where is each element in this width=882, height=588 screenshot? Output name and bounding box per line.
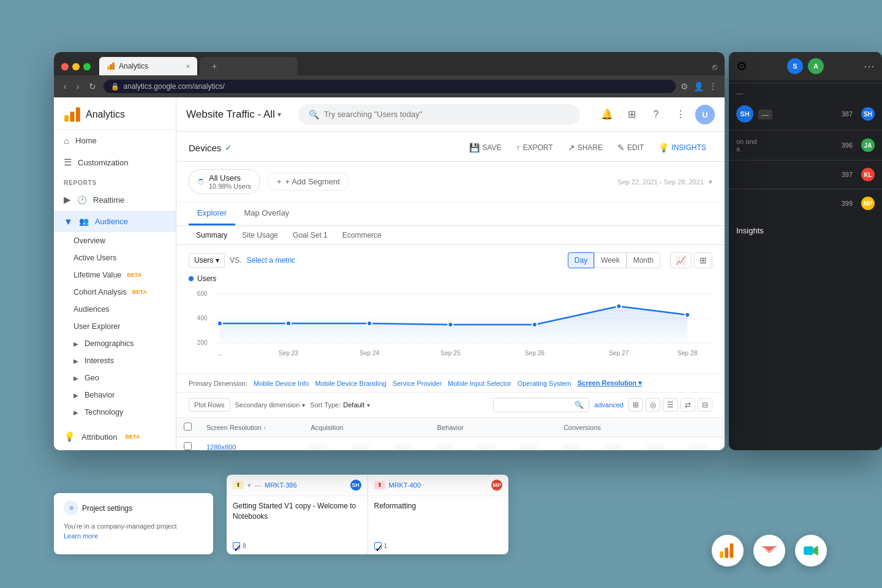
profile-icon[interactable]: 👤 xyxy=(693,81,704,91)
rp-gear-icon[interactable]: ⚙ xyxy=(736,59,747,74)
add-segment-button[interactable]: + + Add Segment xyxy=(268,173,349,190)
sidebar-sub-technology[interactable]: ▶ Technology xyxy=(54,404,176,421)
ticket-1-dropdown-icon[interactable]: ▾ xyxy=(247,481,251,489)
tab-explorer[interactable]: Explorer xyxy=(189,202,235,225)
ticket-1-checkbox[interactable]: ✓ xyxy=(233,542,240,549)
sub-tab-ecommerce[interactable]: Ecommerce xyxy=(335,226,389,244)
rp-user-row-3[interactable]: 397 KL xyxy=(729,163,882,186)
advanced-link[interactable]: advanced xyxy=(594,401,624,409)
active-tab[interactable]: Analytics × xyxy=(99,57,197,75)
cast-icon[interactable]: ⎋ xyxy=(712,62,717,72)
table-bar-button[interactable]: ☰ xyxy=(663,398,678,412)
table-pie-button[interactable]: ◎ xyxy=(646,398,660,412)
select-all-checkbox[interactable] xyxy=(184,423,192,431)
line-chart-button[interactable]: 📈 xyxy=(670,252,692,268)
table-search-input[interactable] xyxy=(499,401,572,409)
bar-chart-button[interactable]: ⊞ xyxy=(694,252,712,268)
export-button[interactable]: ↑ EXPORT xyxy=(510,139,559,156)
sidebar-sub-lifetime-value[interactable]: Lifetime Value BETA xyxy=(54,266,176,284)
dim-mobile-input-selector[interactable]: Mobile Input Selector xyxy=(448,380,511,387)
ticket-2-id[interactable]: MRKT-400 xyxy=(389,481,421,489)
dim-mobile-device-branding[interactable]: Mobile Device Branding xyxy=(315,380,386,387)
forward-button[interactable]: › xyxy=(74,80,82,92)
sidebar-item-attribution[interactable]: 💡 Attribution BETA xyxy=(54,426,176,448)
url-bar[interactable]: 🔒 analytics.google.com/analytics/ xyxy=(104,80,676,93)
gmail-fab[interactable] xyxy=(753,535,785,567)
search-bar[interactable]: 🔍 xyxy=(298,104,580,125)
user-avatar[interactable]: U xyxy=(695,105,715,124)
date-range-display[interactable]: Sep 22, 2021 - Sep 28, 2021 xyxy=(617,178,704,186)
sidebar-sub-geo[interactable]: ▶ Geo xyxy=(54,369,176,386)
search-input[interactable] xyxy=(324,110,570,119)
rp-user-row-2[interactable]: on and a 396 JA xyxy=(729,133,882,157)
rp-user-avatar-1[interactable]: S xyxy=(787,58,803,74)
all-users-segment[interactable]: All Users 10.98% Users xyxy=(189,169,260,194)
table-search[interactable]: 🔍 xyxy=(493,398,589,412)
sidebar-sub-demographics[interactable]: ▶ Demographics xyxy=(54,335,176,352)
week-button[interactable]: Week xyxy=(594,252,626,268)
page-title[interactable]: Website Traffic - All ▾ xyxy=(186,108,281,121)
more-options-button[interactable]: ⋮ xyxy=(671,105,690,124)
rp-user-row-4[interactable]: 399 MP xyxy=(729,192,882,215)
inactive-tab[interactable]: + xyxy=(200,57,298,75)
sidebar-item-realtime[interactable]: ▶ 🕐 Realtime xyxy=(54,189,176,211)
sidebar-sub-overview[interactable]: Overview xyxy=(54,232,176,249)
share-button[interactable]: ↗ SHARE xyxy=(562,139,609,156)
sidebar-sub-user-explorer[interactable]: User Explorer xyxy=(54,318,176,335)
analytics-fab[interactable] xyxy=(712,535,744,567)
apps-button[interactable]: ⊞ xyxy=(622,105,641,124)
menu-icon[interactable]: ⋮ xyxy=(709,81,717,91)
sidebar-item-audience[interactable]: ▼ 👥 Audience xyxy=(54,211,176,232)
meet-fab[interactable] xyxy=(795,535,827,567)
sub-tab-site-usage[interactable]: Site Usage xyxy=(235,226,285,244)
plot-rows-button[interactable]: Plot Rows xyxy=(189,398,230,412)
insights-button[interactable]: 💡 INSIGHTS xyxy=(652,139,712,156)
sort-type-control[interactable]: Sort Type: Default ▾ xyxy=(310,401,370,409)
col-screen-resolution[interactable]: Screen Resolution ↑ xyxy=(199,418,303,437)
table-pivot-button[interactable]: ⊟ xyxy=(698,398,712,412)
dim-service-provider[interactable]: Service Provider xyxy=(393,380,442,387)
help-button[interactable]: ? xyxy=(646,105,666,124)
sidebar-sub-behavior[interactable]: ▶ Behavior xyxy=(54,386,176,404)
maximize-traffic-light[interactable] xyxy=(83,63,91,70)
month-button[interactable]: Month xyxy=(627,252,660,268)
secondary-dimension-control[interactable]: Secondary dimension ▾ xyxy=(235,401,306,409)
rp-user-avatar-2[interactable]: A xyxy=(808,58,824,74)
dim-screen-resolution[interactable]: Screen Resolution ▾ xyxy=(578,379,643,387)
sidebar-item-customization[interactable]: ☰ Customization xyxy=(54,151,176,173)
sidebar-sub-audiences[interactable]: Audiences xyxy=(54,301,176,318)
date-range-dropdown-icon[interactable]: ▾ xyxy=(709,178,712,186)
rp-user-row-1[interactable]: SH — 387 SH xyxy=(729,100,882,127)
back-button[interactable]: ‹ xyxy=(61,80,69,92)
sub-tab-goal-set-1[interactable]: Goal Set 1 xyxy=(285,226,335,244)
sub-tab-summary[interactable]: Summary xyxy=(189,226,235,244)
dim-operating-system[interactable]: Operating System xyxy=(518,380,571,387)
extensions-icon[interactable]: ⚙ xyxy=(680,81,688,91)
sidebar-item-discover[interactable]: ○ Discover xyxy=(54,448,176,450)
sidebar-sub-cohort-analysis[interactable]: Cohort Analysis BETA xyxy=(54,284,176,301)
reload-button[interactable]: ↻ xyxy=(86,80,99,92)
save-button[interactable]: 💾 SAVE xyxy=(463,139,507,156)
metric-dropdown[interactable]: Users ▾ xyxy=(189,253,225,268)
sidebar-sub-interests[interactable]: ▶ Interests xyxy=(54,352,176,369)
notifications-button[interactable]: 🔔 xyxy=(597,105,617,124)
table-view-button[interactable]: ⊞ xyxy=(628,398,643,412)
select-metric-link[interactable]: Select a metric xyxy=(247,256,295,265)
sidebar-sub-active-users[interactable]: Active Users xyxy=(54,249,176,266)
close-traffic-light[interactable] xyxy=(61,63,69,70)
dim-mobile-device-info[interactable]: Mobile Device Info xyxy=(254,380,309,387)
ticket-1-id[interactable]: MRKT-386 xyxy=(265,481,297,489)
ps-learn-more-link[interactable]: Learn more xyxy=(64,532,203,540)
day-button[interactable]: Day xyxy=(568,252,594,268)
minimize-traffic-light[interactable] xyxy=(72,63,80,70)
new-tab-button[interactable]: + xyxy=(207,61,222,71)
table-compare-button[interactable]: ⇄ xyxy=(680,398,695,412)
row-checkbox[interactable] xyxy=(184,442,192,450)
row-checkbox-cell[interactable] xyxy=(176,437,199,451)
edit-button[interactable]: ✎ EDIT xyxy=(611,139,650,156)
ticket-2-checkbox[interactable]: ✓ xyxy=(374,542,382,549)
sidebar-item-home[interactable]: ⌂ Home xyxy=(54,130,176,151)
tab-map-overlay[interactable]: Map Overlay xyxy=(235,202,298,225)
tab-close-button[interactable]: × xyxy=(186,62,190,70)
rp-more-icon[interactable]: ⋯ xyxy=(864,59,875,73)
